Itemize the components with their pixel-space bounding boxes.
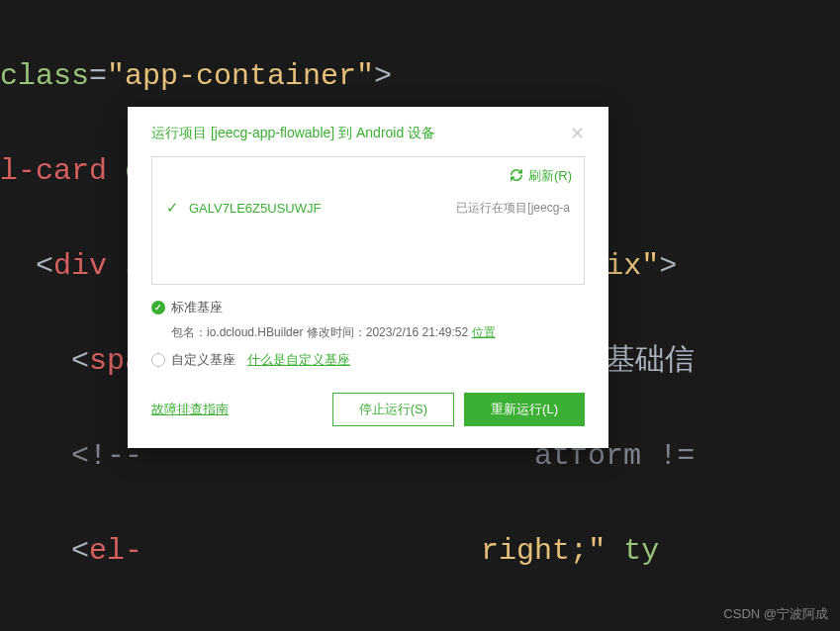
- radio-checked-icon: [151, 301, 165, 315]
- watermark: CSDN @宁波阿成: [723, 605, 828, 623]
- radio-unchecked-icon: [151, 353, 165, 367]
- package-info: 包名：io.dcloud.HBuilder 修改时间：2023/2/16 21:…: [151, 324, 585, 341]
- custom-base-label: 自定义基座: [171, 351, 235, 369]
- location-link[interactable]: 位置: [472, 325, 496, 339]
- device-list-panel: 刷新(R) ✓ GALV7LE6Z5USUWJF 已运行在项目[jeecg-a: [151, 156, 585, 285]
- check-icon: ✓: [166, 199, 179, 217]
- dialog-title: 运行项目 [jeecg-app-flowable] 到 Android 设备: [151, 125, 435, 142]
- standard-base-label: 标准基座: [171, 299, 223, 316]
- refresh-button[interactable]: 刷新(R): [152, 157, 584, 191]
- device-id: GALV7LE6Z5USUWJF: [189, 201, 321, 216]
- stop-button[interactable]: 停止运行(S): [332, 393, 454, 426]
- run-project-dialog: 运行项目 [jeecg-app-flowable] 到 Android 设备 ✕…: [128, 107, 608, 448]
- refresh-label: 刷新(R): [528, 167, 572, 185]
- device-row[interactable]: ✓ GALV7LE6Z5USUWJF 已运行在项目[jeecg-a: [152, 191, 584, 230]
- standard-base-radio[interactable]: 标准基座: [151, 299, 585, 316]
- custom-base-radio[interactable]: 自定义基座 什么是自定义基座: [151, 351, 585, 369]
- refresh-icon: [510, 168, 523, 185]
- device-status: 已运行在项目[jeecg-a: [456, 200, 570, 217]
- what-is-custom-link[interactable]: 什么是自定义基座: [247, 351, 350, 369]
- rerun-button[interactable]: 重新运行(L): [464, 393, 585, 426]
- troubleshoot-link[interactable]: 故障排查指南: [151, 401, 229, 418]
- close-icon[interactable]: ✕: [570, 125, 585, 142]
